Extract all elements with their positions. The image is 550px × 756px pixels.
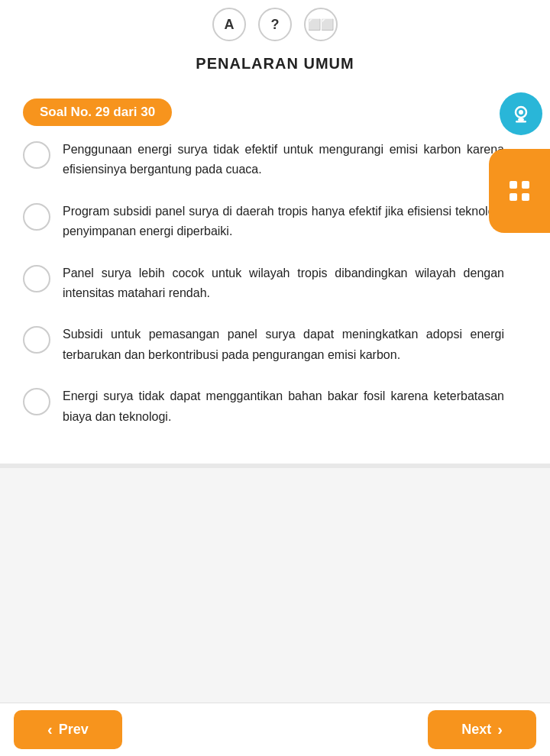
- content-area: Soal No. 29 dari 30 Penggunaan energi su…: [0, 85, 550, 464]
- prev-button[interactable]: ‹ Prev: [14, 710, 122, 749]
- prev-label: Prev: [59, 722, 89, 738]
- next-arrow-icon: ›: [497, 721, 503, 738]
- radio-d[interactable]: [23, 326, 50, 354]
- fullscreen-icon: ⬜⬜: [308, 18, 334, 31]
- radio-c[interactable]: [23, 265, 50, 292]
- question-badge: Soal No. 29 dari 30: [23, 99, 172, 126]
- webcam-button[interactable]: [500, 92, 542, 135]
- radio-e[interactable]: [23, 388, 50, 415]
- right-panel: [489, 85, 550, 233]
- svg-rect-4: [510, 181, 517, 189]
- svg-rect-2: [518, 118, 524, 121]
- svg-rect-3: [516, 121, 526, 123]
- radio-a[interactable]: [23, 141, 50, 169]
- font-icon-btn[interactable]: A: [212, 8, 246, 41]
- next-label: Next: [461, 722, 491, 738]
- next-button[interactable]: Next ›: [428, 710, 536, 749]
- radio-b[interactable]: [23, 203, 50, 231]
- option-item-c: Panel surya lebih cocok untuk wilayah tr…: [23, 263, 504, 304]
- option-text-d: Subsidi untuk pemasangan panel surya dap…: [63, 325, 504, 365]
- top-bar: A ? ⬜⬜: [0, 0, 550, 47]
- option-item-b: Program subsidi panel surya di daerah tr…: [23, 202, 504, 242]
- page-title: PENALARAN UMUM: [0, 47, 550, 85]
- option-item-d: Subsidi untuk pemasangan panel surya dap…: [23, 325, 504, 365]
- options-list: Penggunaan energi surya tidak efektif un…: [0, 140, 550, 427]
- fullscreen-icon-btn[interactable]: ⬜⬜: [304, 8, 338, 41]
- font-icon: A: [225, 17, 235, 33]
- svg-rect-6: [510, 193, 517, 201]
- option-text-e: Energi surya tidak dapat menggantikan ba…: [63, 386, 504, 427]
- svg-rect-5: [522, 181, 529, 189]
- option-text-b: Program subsidi panel surya di daerah tr…: [63, 202, 504, 242]
- svg-point-1: [519, 110, 523, 115]
- grid-button[interactable]: [489, 149, 550, 233]
- help-icon: ?: [271, 17, 280, 33]
- help-icon-btn[interactable]: ?: [258, 8, 292, 41]
- prev-arrow-icon: ‹: [47, 721, 53, 738]
- option-text-a: Penggunaan energi surya tidak efektif un…: [63, 140, 504, 180]
- option-text-c: Panel surya lebih cocok untuk wilayah tr…: [63, 263, 504, 304]
- svg-rect-7: [522, 193, 529, 201]
- bottom-nav: ‹ Prev Next ›: [0, 703, 550, 756]
- option-item-e: Energi surya tidak dapat menggantikan ba…: [23, 386, 504, 427]
- divider: [0, 464, 550, 468]
- option-item-a: Penggunaan energi surya tidak efektif un…: [23, 140, 504, 180]
